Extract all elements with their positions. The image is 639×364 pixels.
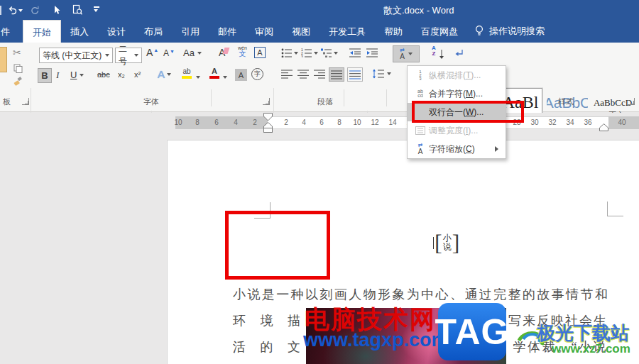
- undo-dropdown-icon[interactable]: [18, 9, 23, 14]
- tab-design[interactable]: 设计: [98, 20, 135, 43]
- tab-insert[interactable]: 插入: [61, 20, 98, 43]
- multilevel-list-button[interactable]: [321, 48, 338, 57]
- clear-formatting-button[interactable]: A: [219, 47, 229, 58]
- combine-characters-icon: abcd: [412, 89, 429, 98]
- paragraph-group-label: 段落: [317, 96, 333, 107]
- decrease-indent-button[interactable]: [349, 48, 361, 57]
- left-indent-marker[interactable]: [263, 128, 273, 133]
- tab-mailings[interactable]: 邮件: [209, 20, 246, 43]
- font-size-combo[interactable]: 二号: [115, 48, 142, 63]
- paste-button[interactable]: [0, 47, 7, 72]
- tab-references[interactable]: 引用: [172, 20, 209, 43]
- tell-me-search[interactable]: 操作说明搜索: [467, 20, 552, 43]
- font-size-dropdown-icon[interactable]: [134, 54, 138, 59]
- enclose-characters-button[interactable]: 字: [251, 68, 263, 80]
- numbering-button[interactable]: 123: [301, 48, 318, 57]
- tab-review[interactable]: 审阅: [246, 20, 283, 43]
- submenu-arrow-icon: [495, 146, 501, 152]
- tab-baidu-netdisk[interactable]: 百度网盘: [412, 20, 467, 43]
- title-bar: 散文.docx - Word: [0, 0, 639, 20]
- tab-file-partial[interactable]: 件: [0, 20, 14, 43]
- eraser-icon: [223, 48, 230, 54]
- highlight-color-bar: [182, 76, 192, 79]
- grow-font-button[interactable]: A▲: [146, 47, 158, 58]
- strikethrough-button[interactable]: abc: [97, 70, 110, 79]
- show-hide-marks-button[interactable]: [454, 48, 465, 58]
- watermark-site2-url: www.xz7.com: [552, 342, 630, 356]
- shrink-font-button[interactable]: A▼: [163, 48, 175, 58]
- font-color-button[interactable]: A: [209, 67, 219, 79]
- underline-button[interactable]: U: [70, 70, 84, 80]
- clipboard-dialog-launcher[interactable]: [22, 98, 29, 105]
- multilevel-dropdown-icon[interactable]: [334, 52, 338, 57]
- change-case-dropdown-icon[interactable]: [197, 52, 202, 57]
- word-window: 散文.docx - Word 件 开始 插入 设计 布局 引用 邮件 审阅 视图…: [0, 0, 639, 364]
- body-line-2-left[interactable]: 环 境 描: [233, 312, 306, 329]
- text-highlight-button[interactable]: ab: [182, 68, 192, 79]
- styles-group-label: 样式: [558, 96, 574, 107]
- subscript-button[interactable]: x₂: [118, 70, 125, 79]
- customize-qat-icon[interactable]: [94, 6, 99, 14]
- bullets-dropdown-icon[interactable]: [294, 52, 298, 57]
- crop-mark-topright-v: [607, 202, 608, 216]
- justify-button[interactable]: [329, 67, 344, 82]
- right-indent-marker[interactable]: [599, 121, 608, 134]
- asian-layout-button[interactable]: ⇄ A: [393, 45, 420, 62]
- cut-icon[interactable]: ✂: [13, 47, 21, 58]
- undo-icon[interactable]: [6, 4, 18, 16]
- annotation-rect-menu: [412, 101, 524, 123]
- asian-layout-icon: ⇄ A: [400, 48, 405, 60]
- tab-developer[interactable]: 开发工具: [320, 20, 375, 43]
- text-effects-button[interactable]: A: [158, 68, 171, 80]
- text-effects-dropdown-icon[interactable]: [167, 73, 171, 78]
- menu-item-character-scaling[interactable]: ⇄A 字符缩放(C): [408, 140, 506, 158]
- crop-mark-topright-h: [607, 216, 623, 216]
- format-painter-icon[interactable]: [13, 76, 23, 89]
- bullets-button[interactable]: [281, 48, 298, 57]
- copy-icon[interactable]: [13, 63, 23, 76]
- ribbon: ✂ 板 等线 (中文正文) 二号 A▲ A▼ Aa A: [0, 43, 639, 112]
- align-right-button[interactable]: [314, 70, 325, 79]
- tab-view[interactable]: 视图: [283, 20, 320, 43]
- increase-indent-button[interactable]: [366, 48, 378, 57]
- align-center-button[interactable]: [297, 70, 309, 79]
- line-spacing-dropdown-icon[interactable]: [387, 72, 391, 77]
- font-color-bar: [209, 76, 219, 79]
- font-name-dropdown-icon[interactable]: [105, 54, 109, 59]
- touch-mouse-mode-icon[interactable]: [50, 4, 62, 16]
- tab-home[interactable]: 开始: [23, 20, 61, 43]
- clipboard-group-label: 板: [3, 96, 11, 107]
- font-dialog-launcher[interactable]: [263, 98, 270, 105]
- phonetic-guide-button[interactable]: wén 文: [238, 45, 247, 57]
- body-line-1[interactable]: 小说是一种以刻画人物形象为中心、通过完整的故事情节和: [233, 286, 609, 303]
- sort-arrow-icon: [439, 50, 444, 62]
- italic-button[interactable]: I: [56, 70, 59, 81]
- print-preview-icon[interactable]: [71, 4, 84, 16]
- horizontal-ruler[interactable]: 10 8 6 4 2 2 4 6 8 10 12 14 16 18 20 22 …: [0, 113, 639, 136]
- tab-layout[interactable]: 布局: [135, 20, 172, 43]
- menu-item-adjust-width: 调整宽度(I)...: [408, 121, 506, 140]
- asian-layout-dropdown-icon[interactable]: [408, 53, 413, 57]
- line-spacing-button[interactable]: [372, 69, 391, 79]
- tab-help[interactable]: 帮助: [375, 20, 412, 43]
- save-icon[interactable]: [0, 6, 1, 15]
- body-line-3-left[interactable]: 活 的 文: [233, 338, 306, 355]
- two-lines-in-one-text[interactable]: [ 小 说 ]: [433, 231, 459, 254]
- character-border-button[interactable]: A: [254, 47, 266, 58]
- underline-dropdown-icon[interactable]: [80, 74, 84, 79]
- styles-dialog-launcher[interactable]: [628, 98, 635, 105]
- highlight-dropdown-icon[interactable]: [196, 76, 200, 81]
- bold-button[interactable]: B: [38, 68, 52, 83]
- distribute-button[interactable]: [347, 67, 363, 82]
- sort-button[interactable]: A Z: [432, 45, 436, 57]
- change-case-button[interactable]: Aa: [183, 48, 202, 58]
- font-color-dropdown-icon[interactable]: [223, 76, 227, 81]
- font-name-combo[interactable]: 等线 (中文正文): [39, 48, 113, 63]
- numbering-dropdown-icon[interactable]: [314, 52, 318, 57]
- align-left-button[interactable]: [281, 70, 293, 79]
- character-shading-button[interactable]: A: [235, 69, 247, 81]
- svg-text:3: 3: [301, 55, 303, 58]
- font-name-value: 等线 (中文正文): [43, 50, 102, 62]
- superscript-button[interactable]: x²: [134, 70, 141, 79]
- menu-item-horizontal-in-vertical: 123 纵横混排(T)...: [408, 66, 506, 84]
